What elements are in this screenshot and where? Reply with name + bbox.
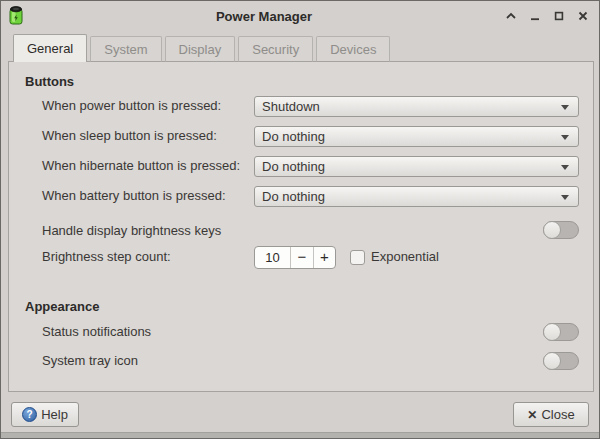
toggle-knob bbox=[543, 323, 561, 341]
dropdown-power-button[interactable]: Shutdown bbox=[254, 96, 579, 117]
toggle-system-tray-icon[interactable] bbox=[543, 352, 579, 370]
power-manager-window: Power Manager Buttons When power button … bbox=[0, 0, 600, 439]
close-window-icon[interactable] bbox=[576, 10, 589, 23]
help-button[interactable]: ? Help bbox=[11, 402, 79, 427]
close-button-label: Close bbox=[541, 407, 574, 422]
spin-minus-button[interactable]: − bbox=[290, 247, 312, 268]
titlebar[interactable]: Power Manager bbox=[1, 1, 599, 31]
close-button[interactable]: ✕ Close bbox=[513, 402, 589, 427]
label-battery-button: When battery button is pressed: bbox=[42, 186, 226, 206]
tab-system[interactable]: System bbox=[90, 36, 161, 62]
spin-value-field[interactable]: 10 bbox=[255, 247, 290, 268]
toggle-knob bbox=[543, 352, 561, 370]
maximize-icon[interactable] bbox=[552, 10, 565, 23]
window-controls bbox=[504, 10, 589, 23]
spin-plus-button[interactable]: + bbox=[313, 247, 335, 268]
chevron-down-icon bbox=[561, 135, 569, 140]
exponential-checkbox[interactable] bbox=[350, 250, 365, 265]
tab-devices[interactable]: Devices bbox=[316, 36, 390, 62]
label-brightness-keys: Handle display brightness keys bbox=[42, 221, 221, 241]
dropdown-battery-button-value: Do nothing bbox=[262, 189, 325, 204]
toggle-brightness-keys[interactable] bbox=[543, 221, 579, 239]
tab-security[interactable]: Security bbox=[238, 36, 313, 62]
help-question-icon: ? bbox=[22, 407, 37, 422]
section-heading-buttons: Buttons bbox=[25, 74, 74, 90]
close-x-icon: ✕ bbox=[527, 408, 537, 422]
label-hibernate-button: When hibernate button is pressed: bbox=[42, 156, 240, 176]
toggle-status-notifications[interactable] bbox=[543, 323, 579, 341]
chevron-down-icon bbox=[561, 165, 569, 170]
dropdown-sleep-button[interactable]: Do nothing bbox=[254, 126, 579, 147]
label-status-notifications: Status notifications bbox=[42, 322, 151, 342]
dropdown-sleep-button-value: Do nothing bbox=[262, 129, 325, 144]
dropdown-hibernate-button-value: Do nothing bbox=[262, 159, 325, 174]
help-button-label: Help bbox=[41, 407, 68, 422]
label-exponential: Exponential bbox=[371, 247, 439, 267]
battery-app-icon bbox=[8, 5, 24, 27]
dropdown-power-button-value: Shutdown bbox=[262, 99, 320, 114]
minimize-icon[interactable] bbox=[528, 10, 541, 23]
tab-display[interactable]: Display bbox=[165, 36, 236, 62]
toggle-knob bbox=[543, 221, 561, 239]
tab-general[interactable]: General bbox=[13, 34, 87, 62]
chevron-down-icon bbox=[561, 105, 569, 110]
brightness-step-spinner: 10 − + bbox=[254, 246, 336, 269]
shade-window-icon[interactable] bbox=[504, 10, 517, 23]
label-sleep-button: When sleep button is pressed: bbox=[42, 126, 217, 146]
chevron-down-icon bbox=[561, 195, 569, 200]
window-resize-edge bbox=[1, 432, 599, 438]
label-brightness-step: Brightness step count: bbox=[42, 247, 171, 267]
section-heading-appearance: Appearance bbox=[25, 299, 99, 315]
label-power-button: When power button is pressed: bbox=[42, 96, 221, 116]
window-title: Power Manager bbox=[24, 9, 504, 24]
label-system-tray-icon: System tray icon bbox=[42, 351, 138, 371]
tabbar: General System Display Security Devices bbox=[13, 34, 390, 62]
dropdown-battery-button[interactable]: Do nothing bbox=[254, 186, 579, 207]
dropdown-hibernate-button[interactable]: Do nothing bbox=[254, 156, 579, 177]
tab-page-general: Buttons When power button is pressed: Sh… bbox=[8, 61, 594, 392]
